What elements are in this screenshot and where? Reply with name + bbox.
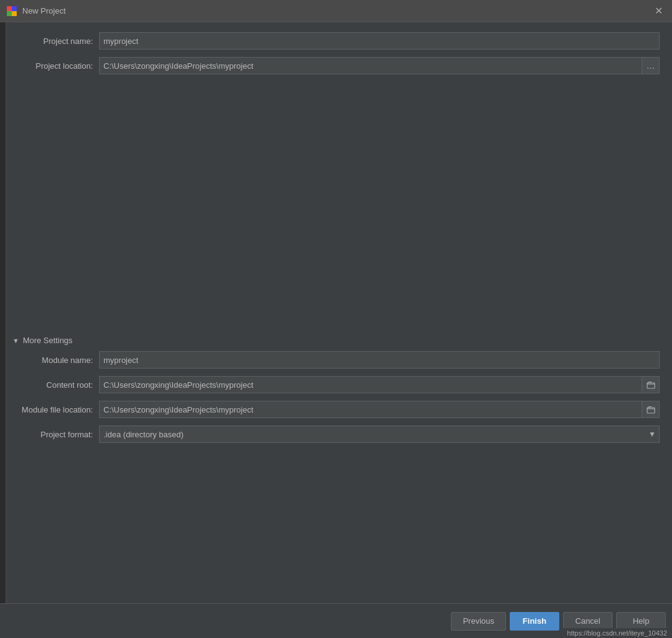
- project-location-field-group: …: [99, 57, 660, 74]
- status-bar: https://blog.csdn.net/iteye_10432: [562, 628, 672, 638]
- module-name-input[interactable]: [99, 351, 660, 369]
- project-location-row: Project location: …: [12, 57, 660, 74]
- project-format-row: Project format: .idea (directory based) …: [12, 426, 660, 443]
- project-name-label: Project name:: [12, 37, 99, 46]
- module-file-location-field-group: [99, 401, 660, 418]
- more-settings-header[interactable]: ▼ More Settings: [12, 336, 660, 345]
- module-name-label: Module name:: [12, 356, 99, 365]
- module-file-location-row: Module file location:: [12, 401, 660, 418]
- project-format-select-wrapper: .idea (directory based) .ipr (file based…: [99, 426, 660, 443]
- module-name-row: Module name:: [12, 351, 660, 369]
- more-settings-label: More Settings: [23, 336, 72, 345]
- close-button[interactable]: ✕: [651, 4, 666, 19]
- content-root-field-group: [99, 376, 660, 393]
- empty-content-area: [12, 82, 660, 330]
- previous-button[interactable]: Previous: [451, 612, 506, 631]
- project-name-row: Project name:: [12, 32, 660, 50]
- svg-rect-0: [7, 6, 12, 11]
- module-file-location-input[interactable]: [99, 401, 642, 418]
- module-file-location-browse-button[interactable]: [642, 401, 660, 418]
- finish-button[interactable]: Finish: [510, 612, 559, 631]
- left-edge-sidebar: [0, 22, 6, 638]
- project-format-label: Project format:: [12, 430, 99, 439]
- content-root-browse-button[interactable]: [642, 376, 660, 393]
- project-location-label: Project location:: [12, 61, 99, 71]
- status-url: https://blog.csdn.net/iteye_10432: [567, 629, 667, 637]
- project-location-input[interactable]: [99, 57, 642, 74]
- content-root-label: Content root:: [12, 380, 99, 390]
- dialog-body: Project name: Project location: … ▼ More…: [0, 22, 672, 603]
- svg-rect-1: [12, 6, 17, 11]
- project-name-input[interactable]: [99, 32, 660, 50]
- title-bar: New Project ✕: [0, 0, 672, 22]
- project-location-browse-button[interactable]: …: [642, 57, 660, 74]
- svg-rect-2: [7, 11, 12, 16]
- more-settings-section: ▼ More Settings Module name: Content roo…: [12, 336, 660, 457]
- app-icon: [6, 6, 17, 17]
- project-format-select[interactable]: .idea (directory based) .ipr (file based…: [99, 426, 660, 443]
- module-file-location-label: Module file location:: [12, 405, 99, 414]
- help-button[interactable]: Help: [616, 612, 666, 631]
- cancel-button[interactable]: Cancel: [563, 612, 613, 631]
- collapse-arrow-icon: ▼: [12, 337, 19, 344]
- svg-rect-5: [647, 408, 655, 413]
- content-root-input[interactable]: [99, 376, 642, 393]
- svg-rect-3: [12, 11, 17, 16]
- content-root-row: Content root:: [12, 376, 660, 393]
- dialog-title: New Project: [22, 6, 66, 15]
- svg-rect-4: [647, 383, 655, 388]
